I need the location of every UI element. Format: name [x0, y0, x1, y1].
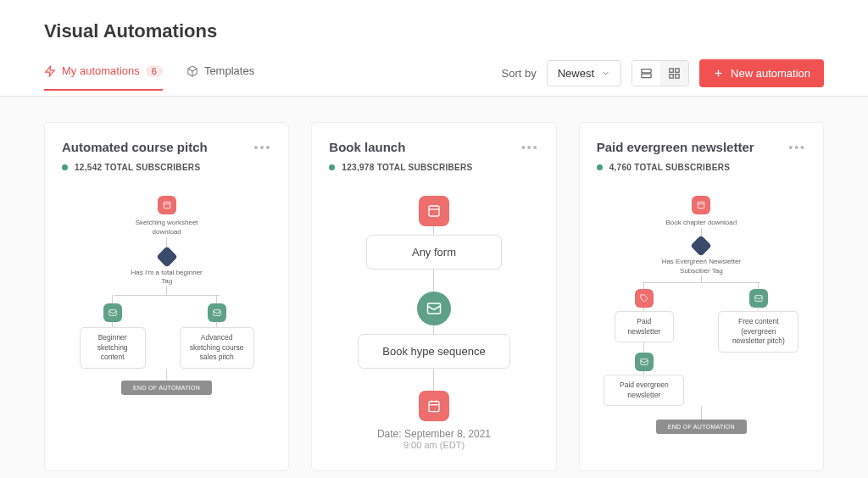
plus-icon: [713, 68, 724, 79]
tab-label: Templates: [204, 64, 254, 77]
page-title: Visual Automations: [44, 20, 824, 42]
sort-select[interactable]: Newest: [547, 60, 621, 86]
svg-rect-5: [676, 69, 679, 72]
svg-rect-17: [429, 402, 439, 412]
form-node-icon: [692, 196, 710, 214]
sequence-node-icon: [635, 353, 654, 371]
node-label: Has Evergreen Newsletter Subsciber Tag: [654, 258, 748, 276]
node-pill: Paid newsletter: [615, 311, 674, 342]
node-time: 9:00 am (EDT): [403, 440, 465, 450]
cube-icon: [186, 65, 198, 77]
sort-label: Sort by: [502, 67, 537, 80]
automation-diagram: Book chapter download Has Evergreen News…: [597, 196, 806, 434]
subscriber-count: 12,542 TOTAL SUBSCRIBERS: [75, 163, 200, 172]
node-pill: Paid evergreen newsletter: [604, 375, 684, 406]
node-pill: Beginner sketching content: [80, 327, 146, 368]
svg-rect-3: [642, 74, 651, 77]
svg-rect-4: [670, 69, 673, 72]
svg-rect-6: [670, 75, 673, 78]
sequence-node-icon: [208, 303, 226, 322]
tag-node-icon: [635, 289, 654, 308]
form-node-icon: [419, 196, 449, 226]
tab-my-automations[interactable]: My automations 6: [44, 64, 163, 91]
chevron-down-icon: [601, 69, 610, 78]
node-pill: Advanced sketching course sales pitch: [180, 327, 254, 368]
condition-node-icon: [156, 246, 177, 267]
node-pill: Free content (evergreen newsletter pitch…: [718, 311, 798, 352]
node-label: Sketching worksheet download: [129, 219, 205, 237]
status-dot-icon: [329, 164, 335, 170]
node-pill: Book hype sequence: [358, 334, 510, 369]
card-title: Book launch: [329, 140, 405, 154]
more-icon[interactable]: •••: [521, 141, 539, 154]
svg-rect-2: [642, 69, 651, 73]
automation-card[interactable]: Book launch ••• 123,978 TOTAL SUBSCRIBER…: [311, 122, 556, 471]
end-badge: END OF AUTOMATION: [121, 381, 212, 395]
tab-count-badge: 6: [146, 65, 163, 77]
view-grid-button[interactable]: [660, 61, 688, 86]
svg-rect-21: [698, 202, 705, 208]
node-label: Book chapter download: [666, 219, 737, 228]
new-automation-button[interactable]: New automation: [699, 59, 824, 87]
tab-label: My automations: [62, 64, 140, 77]
card-title: Paid evergreen newsletter: [597, 140, 754, 154]
sort-value: Newest: [558, 67, 594, 80]
svg-rect-10: [164, 202, 170, 208]
svg-rect-23: [641, 359, 648, 365]
more-icon[interactable]: •••: [254, 141, 272, 154]
sequence-node-icon: [103, 303, 122, 322]
status-dot-icon: [62, 164, 68, 170]
tab-templates[interactable]: Templates: [186, 64, 254, 91]
svg-rect-12: [108, 310, 115, 316]
node-pill: Any form: [366, 235, 502, 270]
view-list-button[interactable]: [632, 61, 660, 86]
svg-rect-7: [676, 75, 679, 78]
lightning-icon: [44, 65, 56, 77]
subscriber-count: 4,760 TOTAL SUBSCRIBERS: [609, 163, 731, 172]
subscriber-count: 123,978 TOTAL SUBSCRIBERS: [342, 163, 472, 172]
svg-marker-0: [46, 66, 55, 76]
view-toggle: [632, 60, 689, 86]
automation-diagram: Any form Book hype sequence Date: Septem…: [329, 196, 538, 450]
card-title: Automated course pitch: [62, 140, 208, 154]
button-label: New automation: [731, 67, 810, 80]
svg-rect-13: [213, 310, 220, 316]
date-node-icon: [419, 391, 449, 421]
node-date: Date: September 8, 2021: [377, 428, 491, 440]
svg-rect-16: [427, 303, 440, 314]
automation-diagram: Sketching worksheet download Has I'm a t…: [62, 196, 271, 395]
node-label: Has I'm a total beginner Tag: [129, 269, 205, 287]
form-node-icon: [158, 196, 176, 214]
automation-card[interactable]: Paid evergreen newsletter ••• 4,760 TOTA…: [579, 122, 824, 471]
automation-card[interactable]: Automated course pitch ••• 12,542 TOTAL …: [44, 122, 289, 471]
end-badge: END OF AUTOMATION: [656, 420, 747, 434]
sequence-node-icon: [417, 292, 451, 325]
condition-node-icon: [691, 235, 712, 256]
more-icon[interactable]: •••: [788, 141, 806, 154]
svg-rect-14: [429, 206, 439, 216]
tabs: My automations 6 Templates: [44, 64, 254, 91]
svg-rect-24: [755, 296, 762, 302]
status-dot-icon: [597, 164, 603, 170]
sequence-node-icon: [749, 289, 768, 308]
